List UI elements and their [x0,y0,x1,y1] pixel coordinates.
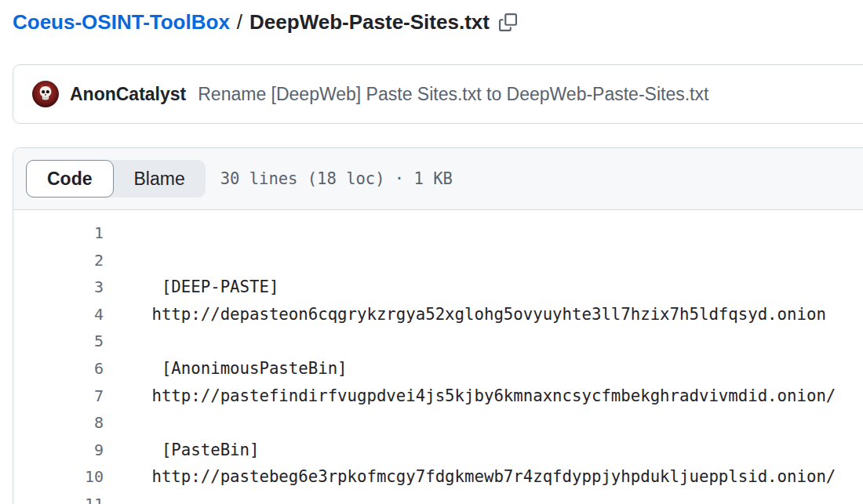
tab-code[interactable]: Code [26,160,114,198]
file-meta-info: 30 lines (18 loc) · 1 KB [220,169,453,188]
line-content: [DEEP-PASTE] [104,274,279,301]
line-content: [PasteBin] [104,437,259,464]
code-blame-segmented-control: Code Blame [26,160,206,198]
line-number[interactable]: 4 [13,301,104,328]
line-number[interactable]: 8 [13,409,104,437]
line-number[interactable]: 11 [13,491,104,504]
latest-commit-bar: AnonCatalyst Rename [DeepWeb] Paste Site… [13,64,863,124]
tab-blame[interactable]: Blame [114,160,206,198]
commit-message-link[interactable]: Rename [DeepWeb] Paste Sites.txt to Deep… [198,84,708,105]
code-line: 9 [PasteBin] [13,437,863,464]
file-toolbar: Code Blame 30 lines (18 loc) · 1 KB [13,148,863,210]
breadcrumb: Coeus-OSINT-ToolBox / DeepWeb-Paste-Site… [13,11,863,33]
github-file-view: Coeus-OSINT-ToolBox / DeepWeb-Paste-Site… [0,11,863,504]
line-content: http://depasteon6cqgrykzrgya52xglohg5ovy… [104,301,826,328]
line-content: [AnonimousPasteBin] [104,355,348,383]
line-number[interactable]: 5 [13,328,104,355]
code-line: 5 [13,328,863,355]
commit-author-link[interactable]: AnonCatalyst [70,84,186,105]
code-line: 3 [DEEP-PASTE] [13,274,863,301]
file-content-panel: Code Blame 30 lines (18 loc) · 1 KB 123 … [13,147,863,504]
page-title-filename: DeepWeb-Paste-Sites.txt [249,11,490,33]
line-number[interactable]: 1 [13,219,104,247]
code-line: 11 [13,491,863,504]
repo-link[interactable]: Coeus-OSINT-ToolBox [13,11,230,33]
line-number[interactable]: 10 [13,463,104,491]
copy-path-button[interactable] [499,13,517,31]
commit-author-avatar[interactable] [32,81,59,107]
code-line: 4 http://depasteon6cqgrykzrgya52xglohg5o… [13,301,863,328]
line-number[interactable]: 2 [13,247,104,274]
breadcrumb-separator: / [237,11,242,33]
skull-avatar-icon [35,82,56,106]
line-number[interactable]: 9 [13,437,104,464]
code-line: 6 [AnonimousPasteBin] [13,355,863,383]
line-content: http://pastefindirfvugpdvei4js5kjby6kmna… [104,383,836,410]
line-content: http://pastebeg6e3rpkofmcgy7fdgkmewb7r4z… [104,463,836,491]
code-line: 7 http://pastefindirfvugpdvei4js5kjby6km… [13,383,863,410]
code-body: 123 [DEEP-PASTE]4 http://depasteon6cqgry… [13,210,863,504]
line-number[interactable]: 7 [13,383,104,410]
code-line: 8 [13,409,863,437]
line-number[interactable]: 6 [13,355,104,383]
copy-icon [499,13,517,31]
code-line: 1 [13,219,863,247]
line-number[interactable]: 3 [13,274,104,301]
code-line: 10 http://pastebeg6e3rpkofmcgy7fdgkmewb7… [13,463,863,491]
code-line: 2 [13,247,863,274]
